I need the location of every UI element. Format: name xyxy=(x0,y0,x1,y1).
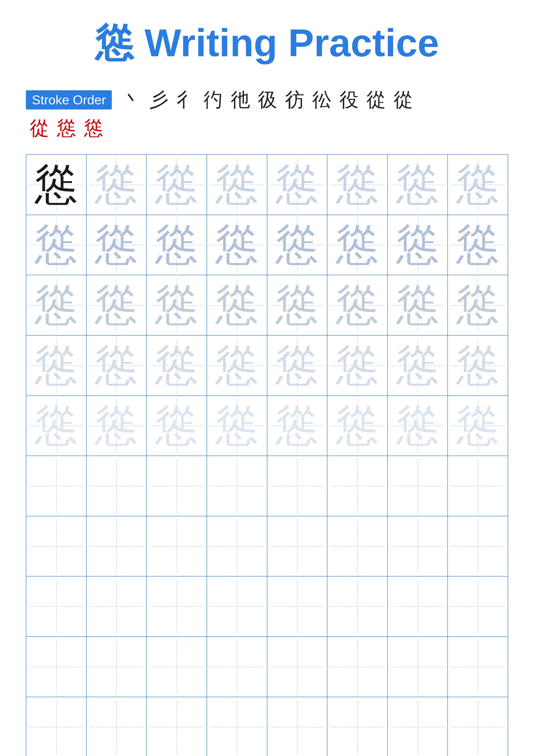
grid-cell-8-7[interactable] xyxy=(388,576,448,636)
kanji-character: 慫 xyxy=(35,223,78,266)
practice-grid: 慫 慫 慫 慫 慫 慫 慫 慫 慫 慫 慫 慫 慫 慫 慫 慫 慫 慫 xyxy=(26,154,508,756)
grid-cell-9-6[interactable] xyxy=(327,636,388,697)
kanji-character: 慫 xyxy=(456,404,499,447)
grid-cell-8-4[interactable] xyxy=(207,576,267,636)
grid-cell-10-6[interactable] xyxy=(327,697,388,756)
grid-cell-8-8[interactable] xyxy=(447,576,508,636)
kanji-character: 慫 xyxy=(396,404,439,447)
grid-cell-3-6[interactable]: 慫 xyxy=(327,275,388,335)
grid-cell-4-8[interactable]: 慫 xyxy=(447,335,508,396)
stroke-2: 彡 xyxy=(149,87,169,113)
grid-cell-6-7[interactable] xyxy=(388,456,448,516)
grid-cell-3-8[interactable]: 慫 xyxy=(447,275,508,335)
table-row: 慫 慫 慫 慫 慫 慫 慫 慫 xyxy=(26,215,508,275)
grid-cell-2-6[interactable]: 慫 xyxy=(327,215,388,275)
grid-cell-9-1[interactable] xyxy=(26,636,87,697)
grid-cell-8-6[interactable] xyxy=(327,576,388,636)
grid-cell-1-7[interactable]: 慫 xyxy=(388,154,448,215)
kanji-character: 慫 xyxy=(336,163,379,206)
grid-cell-1-5[interactable]: 慫 xyxy=(267,154,327,215)
grid-cell-4-5[interactable]: 慫 xyxy=(267,335,327,396)
grid-cell-9-5[interactable] xyxy=(267,636,327,697)
grid-cell-5-2[interactable]: 慫 xyxy=(87,396,147,456)
grid-cell-2-7[interactable]: 慫 xyxy=(388,215,448,275)
grid-cell-2-1[interactable]: 慫 xyxy=(26,215,87,275)
grid-cell-3-7[interactable]: 慫 xyxy=(388,275,448,335)
grid-cell-10-4[interactable] xyxy=(207,697,267,756)
grid-cell-1-2[interactable]: 慫 xyxy=(87,154,147,215)
grid-cell-6-2[interactable] xyxy=(87,456,147,516)
grid-cell-7-4[interactable] xyxy=(207,516,267,577)
grid-cell-10-5[interactable] xyxy=(267,697,327,756)
grid-cell-5-6[interactable]: 慫 xyxy=(327,396,388,456)
grid-cell-3-5[interactable]: 慫 xyxy=(267,275,327,335)
grid-cell-3-1[interactable]: 慫 xyxy=(26,275,87,335)
grid-cell-4-6[interactable]: 慫 xyxy=(327,335,388,396)
grid-cell-9-7[interactable] xyxy=(388,636,448,697)
grid-cell-6-1[interactable] xyxy=(26,456,87,516)
grid-cell-6-8[interactable] xyxy=(447,456,508,516)
stroke-row2: 從 慫 慫 xyxy=(26,115,508,141)
kanji-character: 慫 xyxy=(275,163,318,206)
grid-cell-6-3[interactable] xyxy=(146,456,207,516)
grid-cell-1-1[interactable]: 慫 xyxy=(26,154,87,215)
grid-cell-3-4[interactable]: 慫 xyxy=(207,275,267,335)
grid-cell-4-2[interactable]: 慫 xyxy=(87,335,147,396)
grid-cell-4-3[interactable]: 慫 xyxy=(146,335,207,396)
kanji-character: 慫 xyxy=(396,284,439,327)
table-row xyxy=(26,697,508,756)
grid-cell-1-3[interactable]: 慫 xyxy=(146,154,207,215)
grid-cell-9-4[interactable] xyxy=(207,636,267,697)
grid-cell-1-8[interactable]: 慫 xyxy=(447,154,508,215)
grid-cell-6-5[interactable] xyxy=(267,456,327,516)
grid-cell-7-1[interactable] xyxy=(26,516,87,577)
stroke-8: 彸 xyxy=(312,87,332,113)
grid-cell-7-6[interactable] xyxy=(327,516,388,577)
kanji-character: 慫 xyxy=(396,163,439,206)
grid-cell-9-2[interactable] xyxy=(87,636,147,697)
grid-cell-9-8[interactable] xyxy=(447,636,508,697)
grid-cell-5-8[interactable]: 慫 xyxy=(447,396,508,456)
grid-cell-5-4[interactable]: 慫 xyxy=(207,396,267,456)
grid-cell-2-4[interactable]: 慫 xyxy=(207,215,267,275)
grid-cell-8-2[interactable] xyxy=(87,576,147,636)
grid-cell-10-3[interactable] xyxy=(146,697,207,756)
grid-cell-2-2[interactable]: 慫 xyxy=(87,215,147,275)
grid-cell-5-3[interactable]: 慫 xyxy=(146,396,207,456)
grid-cell-5-5[interactable]: 慫 xyxy=(267,396,327,456)
grid-cell-2-5[interactable]: 慫 xyxy=(267,215,327,275)
grid-cell-5-1[interactable]: 慫 xyxy=(26,396,87,456)
grid-cell-7-3[interactable] xyxy=(146,516,207,577)
grid-cell-6-6[interactable] xyxy=(327,456,388,516)
grid-cell-7-7[interactable] xyxy=(388,516,448,577)
grid-cell-2-3[interactable]: 慫 xyxy=(146,215,207,275)
grid-cell-9-3[interactable] xyxy=(146,636,207,697)
stroke-14: 慫 xyxy=(84,115,103,141)
grid-cell-1-6[interactable]: 慫 xyxy=(327,154,388,215)
grid-cell-7-2[interactable] xyxy=(87,516,147,577)
grid-cell-8-1[interactable] xyxy=(26,576,87,636)
grid-cell-10-2[interactable] xyxy=(87,697,147,756)
grid-cell-10-7[interactable] xyxy=(388,697,448,756)
table-row xyxy=(26,516,508,577)
kanji-character: 慫 xyxy=(456,163,499,206)
grid-cell-4-1[interactable]: 慫 xyxy=(26,335,87,396)
grid-cell-4-7[interactable]: 慫 xyxy=(388,335,448,396)
grid-cell-7-5[interactable] xyxy=(267,516,327,577)
grid-cell-3-2[interactable]: 慫 xyxy=(87,275,147,335)
grid-cell-1-4[interactable]: 慫 xyxy=(207,154,267,215)
grid-cell-10-1[interactable] xyxy=(26,697,87,756)
grid-cell-5-7[interactable]: 慫 xyxy=(388,396,448,456)
kanji-character: 慫 xyxy=(396,344,439,387)
grid-cell-7-8[interactable] xyxy=(447,516,508,577)
stroke-10: 從 xyxy=(367,87,386,113)
grid-cell-4-4[interactable]: 慫 xyxy=(207,335,267,396)
table-row xyxy=(26,456,508,516)
grid-cell-8-3[interactable] xyxy=(146,576,207,636)
kanji-character: 慫 xyxy=(155,404,198,447)
grid-cell-6-4[interactable] xyxy=(207,456,267,516)
grid-cell-3-3[interactable]: 慫 xyxy=(146,275,207,335)
grid-cell-8-5[interactable] xyxy=(267,576,327,636)
grid-cell-10-8[interactable] xyxy=(447,697,508,756)
grid-cell-2-8[interactable]: 慫 xyxy=(447,215,508,275)
